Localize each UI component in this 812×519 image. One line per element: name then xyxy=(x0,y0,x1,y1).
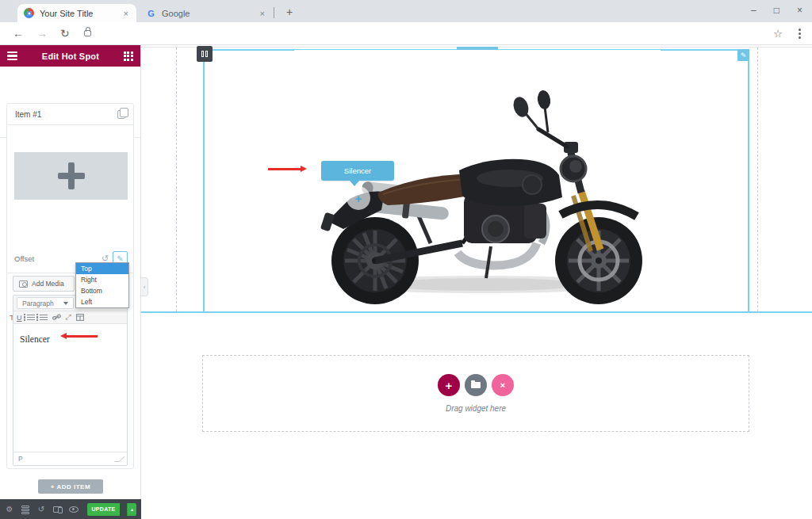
column-guide-left xyxy=(176,48,177,311)
folder-icon xyxy=(471,382,481,388)
edit-widget-button[interactable]: ✎ xyxy=(737,49,749,61)
item-title: Item #1 xyxy=(15,110,41,119)
format-select[interactable]: Paragraph xyxy=(17,297,74,309)
panel-footer-toolbar: ⚙ ↺ UPDATE ▴ xyxy=(0,499,141,519)
add-item-button[interactable]: + ADD ITEM xyxy=(38,479,103,494)
column-guide-right xyxy=(757,48,758,311)
camera-media-icon xyxy=(19,280,28,288)
tab-title: Google xyxy=(162,9,259,18)
settings-gear-icon[interactable]: ⚙ xyxy=(5,505,14,513)
annotation-arrow-left xyxy=(66,335,98,338)
browser-menu-icon[interactable] xyxy=(799,29,801,39)
history-icon[interactable]: ↺ xyxy=(36,505,46,513)
hotspot-tooltip: Silencer xyxy=(321,161,394,181)
add-new-section-button[interactable]: + xyxy=(438,374,460,396)
add-media-label: Add Media xyxy=(32,280,64,288)
underline-button[interactable]: U xyxy=(17,314,22,322)
dropdown-option-bottom[interactable]: Bottom xyxy=(76,285,128,296)
fullscreen-icon[interactable]: ⤢ xyxy=(66,313,71,322)
tooltip-text-editor: Paragraph B I U ⤢ Silencer P xyxy=(13,295,128,466)
section-settings-button[interactable] xyxy=(197,46,213,62)
navigator-icon[interactable] xyxy=(21,506,29,513)
format-value: Paragraph xyxy=(22,300,54,307)
elementor-panel: Edit Hot Spot Image Size Full Item #1 Me… xyxy=(0,45,141,499)
browser-tab-bar: Your Site Title × G Google × + – □ × xyxy=(0,0,812,22)
toolbar-toggle-icon[interactable] xyxy=(76,314,84,321)
bullet-list-icon[interactable] xyxy=(27,315,35,321)
hamburger-menu-icon[interactable] xyxy=(7,52,17,61)
panel-collapse-handle[interactable]: ‹ xyxy=(141,277,148,296)
editor-status-bar: P xyxy=(13,452,127,465)
annotation-arrow-right xyxy=(268,168,301,170)
forward-button[interactable]: → xyxy=(36,27,48,40)
hotspot-marker[interactable]: + xyxy=(347,186,370,210)
minimize-button[interactable]: – xyxy=(751,5,756,16)
duplicate-item-icon[interactable] xyxy=(117,110,125,119)
responsive-mode-icon[interactable] xyxy=(53,506,62,513)
tab-google[interactable]: G Google × xyxy=(140,4,273,22)
item-header[interactable]: Item #1 xyxy=(7,104,133,125)
preview-eye-icon[interactable] xyxy=(69,506,79,513)
drag-widget-hint: Drag widget here xyxy=(446,404,506,413)
media-upload-area[interactable] xyxy=(14,152,128,200)
plus-icon xyxy=(58,162,85,189)
section-bottom-border xyxy=(141,311,812,313)
position-dropdown: Top Right Bottom Left xyxy=(75,262,129,308)
template-library-button[interactable] xyxy=(465,374,487,396)
lock-icon xyxy=(84,30,91,36)
widgets-grid-icon[interactable] xyxy=(124,52,133,61)
editor-content: Silencer xyxy=(20,334,50,344)
tab-separator xyxy=(274,7,274,18)
empty-section-actions: + × xyxy=(438,374,514,396)
save-options-button[interactable]: ▴ xyxy=(127,503,136,516)
back-button[interactable]: ← xyxy=(13,27,24,40)
dropdown-option-top[interactable]: Top xyxy=(76,263,128,274)
panel-title: Edit Hot Spot xyxy=(42,52,99,61)
tab-close-icon[interactable]: × xyxy=(259,9,266,18)
google-favicon-icon: G xyxy=(146,8,156,18)
tab-your-site-title[interactable]: Your Site Title × xyxy=(17,4,136,22)
add-media-button[interactable]: Add Media xyxy=(13,276,75,292)
tab-title: Your Site Title xyxy=(40,9,122,18)
editor-toolbar-row2: U ⤢ xyxy=(13,311,127,324)
chrome-favicon-icon xyxy=(24,8,34,18)
maximize-button[interactable]: □ xyxy=(774,5,779,16)
editor-canvas: + × ✎ xyxy=(141,45,812,519)
close-window-button[interactable]: × xyxy=(797,5,802,16)
bookmark-star-icon[interactable]: ☆ xyxy=(773,28,783,40)
panel-header: Edit Hot Spot xyxy=(0,45,140,67)
empty-section-dropzone[interactable]: + × Drag widget here xyxy=(202,355,749,432)
dropdown-option-right[interactable]: Right xyxy=(76,274,128,285)
offset-label: Offset xyxy=(14,254,34,263)
link-icon[interactable] xyxy=(52,314,61,321)
editor-path: P xyxy=(18,455,23,463)
browser-toolbar: ← → ↻ ☆ xyxy=(0,22,812,45)
pencil-icon: ✎ xyxy=(117,254,123,263)
reload-button[interactable]: ↻ xyxy=(60,27,70,40)
numbered-list-icon[interactable] xyxy=(40,315,48,321)
chevron-down-icon xyxy=(63,302,68,305)
close-section-button[interactable]: × xyxy=(492,374,514,396)
tooltip-text-input[interactable]: Silencer xyxy=(13,324,127,452)
window-controls: – □ × xyxy=(751,0,807,21)
resize-grip[interactable] xyxy=(114,456,125,462)
tab-close-icon[interactable]: × xyxy=(122,9,130,18)
update-button[interactable]: UPDATE xyxy=(87,503,120,516)
new-tab-button[interactable]: + xyxy=(282,6,297,20)
columns-icon xyxy=(201,51,209,57)
dropdown-option-left[interactable]: Left xyxy=(76,296,128,307)
